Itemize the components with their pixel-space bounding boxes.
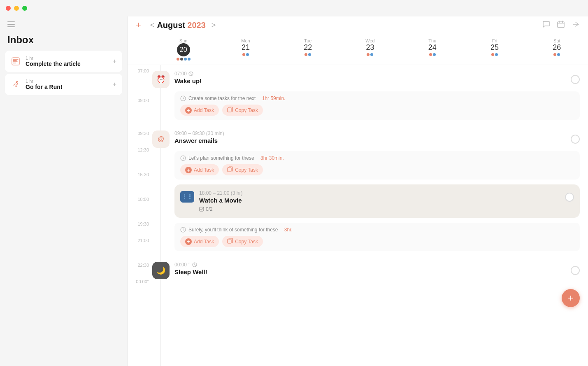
sidebar-toggle-icon[interactable] (7, 21, 15, 29)
slot-1-buttons: + Add Task Copy Task (180, 105, 574, 116)
sidebar: Inbox 1 hr Complete the article + 1 (0, 16, 128, 366)
copy-icon-2 (227, 166, 233, 173)
svg-rect-8 (228, 108, 231, 112)
time-label-1930: 19:30 (128, 218, 152, 235)
fab-button[interactable]: + (562, 289, 580, 307)
inbox-item-run-content: 1 hr Go for a Run! (26, 79, 108, 90)
movie-icon (180, 191, 194, 203)
inbox-item-run[interactable]: 1 hr Go for a Run! + (5, 74, 122, 95)
svg-rect-0 (7, 21, 15, 22)
movie-body: 18:00 – 21:00 (3 hr) Watch a Movie 0/2 (199, 190, 560, 212)
dot-blue (557, 53, 560, 56)
wake-up-time: 07:00 (174, 71, 571, 77)
svg-rect-15 (189, 194, 191, 196)
dot-blue (184, 58, 187, 61)
article-title: Complete the article (26, 61, 108, 67)
run-duration: 1 hr (26, 79, 108, 84)
svg-rect-17 (189, 198, 191, 199)
sleep-title: Sleep Well! (174, 268, 571, 275)
svg-rect-13 (184, 196, 185, 197)
day-header-thu: Thu 24 (401, 37, 463, 62)
inbox-title: Inbox (0, 33, 127, 51)
add-article-button[interactable]: + (113, 58, 116, 65)
slot-1-add-button[interactable]: + Add Task (180, 105, 219, 116)
sleep-time: 00:00'' (174, 262, 571, 268)
article-duration: 1 hr (26, 56, 108, 61)
dot-red (367, 53, 370, 56)
svg-rect-16 (189, 196, 191, 197)
movie-check[interactable] (565, 193, 574, 202)
close-button[interactable] (6, 6, 11, 11)
day-header-wed: Wed 23 (339, 37, 401, 62)
dot-red (553, 53, 556, 56)
add-run-button[interactable]: + (113, 81, 116, 88)
day-header-mon: Mon 21 (214, 37, 277, 62)
slot-3: Surely, you'll think of something for th… (174, 223, 580, 251)
fab-container: + (152, 289, 588, 307)
calendar-body[interactable]: 07:00 09:00 09:30 12:30 15:30 18:00 19:3… (128, 65, 588, 366)
slot-2-text: Let's plan something for these 8hr 30min… (180, 155, 574, 161)
answer-emails-time: 09:00 – 09:30 (30 min) (174, 131, 571, 136)
nav-prev-button[interactable]: < (148, 20, 157, 30)
slot-3-buttons: + Add Task Copy Task (180, 236, 574, 247)
dot-blue (370, 53, 373, 56)
run-icon (11, 79, 21, 89)
time-label-1800: 18:00 (128, 193, 152, 218)
inbox-item-article[interactable]: 1 hr Complete the article + (5, 51, 122, 72)
slot-3-copy-button[interactable]: Copy Task (222, 236, 263, 247)
day-header-fri: Fri 25 (463, 37, 525, 62)
time-label-0900: 09:00 (128, 95, 152, 128)
dot-dark (180, 58, 183, 61)
movie-title: Watch a Movie (199, 197, 560, 204)
timeline-content: ⏰ 07:00 Wake up! Create some tasks f (152, 65, 588, 366)
sleep-check[interactable] (571, 266, 580, 275)
time-label-2100: 21:00 (128, 235, 152, 259)
answer-emails-body: 09:00 – 09:30 (30 min) Answer emails (174, 131, 571, 144)
add-event-button[interactable]: + (136, 20, 141, 30)
minimize-button[interactable] (14, 6, 19, 11)
slot-3-text: Surely, you'll think of something for th… (180, 227, 574, 233)
nav-next-button[interactable]: > (209, 20, 218, 30)
inbox-item-article-content: 1 hr Complete the article (26, 56, 108, 67)
movie-subtask: 0/2 (199, 206, 560, 212)
slot-2-add-button[interactable]: + Add Task (180, 164, 219, 175)
maximize-button[interactable] (22, 6, 27, 11)
copy-icon (227, 107, 233, 114)
main-layout: Inbox 1 hr Complete the article + 1 (0, 16, 588, 366)
sidebar-header (0, 16, 127, 33)
wake-up-icon: ⏰ (152, 71, 170, 88)
dot-blue (308, 53, 311, 56)
event-watch-movie: 18:00 – 21:00 (3 hr) Watch a Movie 0/2 (152, 184, 588, 218)
svg-rect-14 (184, 198, 185, 199)
answer-emails-check[interactable] (571, 135, 580, 144)
movie-event-card: 18:00 – 21:00 (3 hr) Watch a Movie 0/2 (174, 184, 580, 218)
plus-icon-3: + (185, 238, 192, 245)
event-answer-emails: @ 09:00 – 09:30 (30 min) Answer emails (152, 125, 588, 151)
slot-2-copy-button[interactable]: Copy Task (222, 164, 263, 175)
slot-3-add-button[interactable]: + Add Task (180, 236, 219, 247)
calendar-area: + < August 2023 > Sun (128, 16, 588, 366)
dot-red (429, 53, 432, 56)
wake-up-check[interactable] (571, 75, 580, 84)
slot-1: Create some tasks for the next 1hr 59min… (174, 91, 580, 120)
svg-rect-10 (228, 168, 231, 172)
time-label-1230: 12:30 (128, 144, 152, 169)
event-wake-up: ⏰ 07:00 Wake up! (152, 65, 588, 91)
day-header-sun: Sun 20 (152, 37, 214, 62)
time-label-1530: 15:30 (128, 169, 152, 193)
svg-rect-20 (228, 239, 231, 243)
slot-2-buttons: + Add Task Copy Task (180, 164, 574, 175)
calendar-view-icon[interactable] (557, 20, 565, 30)
wake-up-body: 07:00 Wake up! (174, 71, 571, 84)
slot-1-copy-button[interactable]: Copy Task (222, 105, 263, 116)
time-label-0000: 00:00'' (128, 276, 152, 301)
forward-icon[interactable] (572, 20, 580, 30)
inbox-items: 1 hr Complete the article + 1 hr Go for … (0, 51, 127, 95)
dot-blue (433, 53, 436, 56)
slot-2: Let's plan something for these 8hr 30min… (174, 151, 580, 180)
time-gutter: 07:00 09:00 09:30 12:30 15:30 18:00 19:3… (128, 65, 152, 366)
dot-blue (246, 53, 249, 56)
dot-blue (495, 53, 498, 56)
calendar-topbar: + < August 2023 > (128, 16, 588, 34)
chat-icon[interactable] (542, 20, 550, 30)
